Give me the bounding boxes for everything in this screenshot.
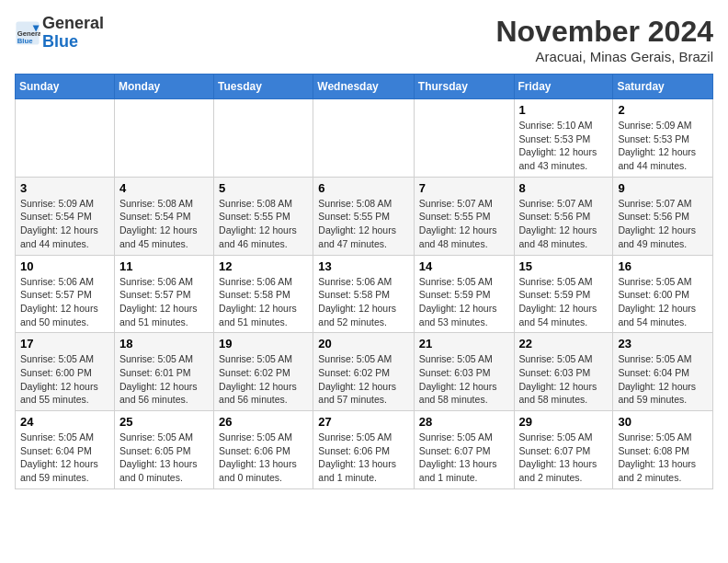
calendar-day-cell: 11Sunrise: 5:06 AM Sunset: 5:57 PM Dayli…	[114, 255, 213, 333]
day-number: 20	[318, 337, 409, 350]
day-number: 18	[119, 337, 209, 350]
day-number: 2	[618, 103, 708, 117]
location-text: Aracuai, Minas Gerais, Brazil	[495, 49, 713, 64]
day-number: 9	[618, 181, 708, 195]
day-info: Sunrise: 5:05 AM Sunset: 6:07 PM Dayligh…	[519, 431, 609, 485]
day-number: 25	[119, 415, 209, 429]
calendar-day-cell: 14Sunrise: 5:05 AM Sunset: 5:59 PM Dayli…	[414, 255, 514, 333]
day-info: Sunrise: 5:09 AM Sunset: 5:53 PM Dayligh…	[618, 119, 708, 173]
day-number: 10	[20, 259, 109, 273]
day-info: Sunrise: 5:05 AM Sunset: 6:02 PM Dayligh…	[318, 352, 409, 407]
day-info: Sunrise: 5:08 AM Sunset: 5:55 PM Dayligh…	[219, 197, 308, 251]
day-number: 15	[519, 259, 609, 273]
day-number: 30	[618, 415, 708, 429]
calendar-header-row: SundayMondayTuesdayWednesdayThursdayFrid…	[16, 75, 713, 99]
day-number: 12	[219, 259, 308, 273]
day-number: 3	[20, 181, 109, 195]
day-number: 13	[318, 259, 409, 273]
day-info: Sunrise: 5:07 AM Sunset: 5:56 PM Dayligh…	[618, 197, 708, 251]
day-info: Sunrise: 5:05 AM Sunset: 6:03 PM Dayligh…	[519, 352, 609, 407]
calendar-day-cell: 30Sunrise: 5:05 AM Sunset: 6:08 PM Dayli…	[613, 411, 713, 489]
calendar-week-row: 1Sunrise: 5:10 AM Sunset: 5:53 PM Daylig…	[16, 99, 713, 178]
calendar-day-cell: 26Sunrise: 5:05 AM Sunset: 6:06 PM Dayli…	[214, 411, 313, 489]
calendar-day-cell: 21Sunrise: 5:05 AM Sunset: 6:03 PM Dayli…	[414, 333, 514, 411]
calendar-day-cell: 20Sunrise: 5:05 AM Sunset: 6:02 PM Dayli…	[313, 333, 415, 411]
calendar-day-cell: 15Sunrise: 5:05 AM Sunset: 5:59 PM Dayli…	[514, 255, 613, 333]
logo-general-text: General	[42, 14, 104, 32]
calendar-day-cell: 6Sunrise: 5:08 AM Sunset: 5:55 PM Daylig…	[313, 177, 415, 255]
day-info: Sunrise: 5:05 AM Sunset: 6:00 PM Dayligh…	[618, 275, 708, 329]
day-number: 5	[219, 181, 308, 195]
day-of-week-header: Monday	[114, 75, 213, 99]
day-of-week-header: Thursday	[414, 75, 514, 99]
day-info: Sunrise: 5:07 AM Sunset: 5:55 PM Dayligh…	[419, 197, 509, 251]
calendar-day-cell: 28Sunrise: 5:05 AM Sunset: 6:07 PM Dayli…	[414, 411, 514, 489]
day-info: Sunrise: 5:07 AM Sunset: 5:56 PM Dayligh…	[519, 197, 609, 251]
day-info: Sunrise: 5:06 AM Sunset: 5:58 PM Dayligh…	[219, 275, 308, 329]
calendar-week-row: 3Sunrise: 5:09 AM Sunset: 5:54 PM Daylig…	[16, 177, 713, 255]
calendar-day-cell: 10Sunrise: 5:06 AM Sunset: 5:57 PM Dayli…	[16, 255, 115, 333]
calendar-day-cell	[313, 99, 415, 178]
calendar-day-cell: 7Sunrise: 5:07 AM Sunset: 5:55 PM Daylig…	[414, 177, 514, 255]
day-of-week-header: Tuesday	[214, 75, 313, 99]
calendar-day-cell: 3Sunrise: 5:09 AM Sunset: 5:54 PM Daylig…	[16, 177, 115, 255]
day-info: Sunrise: 5:05 AM Sunset: 6:03 PM Dayligh…	[419, 352, 509, 407]
calendar-day-cell: 18Sunrise: 5:05 AM Sunset: 6:01 PM Dayli…	[114, 333, 213, 411]
calendar-day-cell	[16, 99, 115, 178]
logo: General Blue General Blue	[15, 15, 104, 52]
day-number: 6	[318, 181, 409, 195]
day-number: 19	[219, 337, 308, 350]
day-number: 4	[119, 181, 209, 195]
day-number: 17	[20, 337, 109, 350]
calendar-day-cell	[414, 99, 514, 178]
calendar-day-cell: 16Sunrise: 5:05 AM Sunset: 6:00 PM Dayli…	[613, 255, 713, 333]
calendar-table: SundayMondayTuesdayWednesdayThursdayFrid…	[15, 74, 713, 489]
day-number: 21	[419, 337, 509, 350]
day-info: Sunrise: 5:05 AM Sunset: 6:02 PM Dayligh…	[219, 352, 308, 407]
day-info: Sunrise: 5:06 AM Sunset: 5:58 PM Dayligh…	[318, 275, 409, 329]
day-number: 1	[519, 103, 609, 117]
calendar-day-cell: 8Sunrise: 5:07 AM Sunset: 5:56 PM Daylig…	[514, 177, 613, 255]
day-info: Sunrise: 5:05 AM Sunset: 6:01 PM Dayligh…	[119, 352, 209, 407]
calendar-week-row: 10Sunrise: 5:06 AM Sunset: 5:57 PM Dayli…	[16, 255, 713, 333]
day-number: 26	[219, 415, 308, 429]
day-number: 8	[519, 181, 609, 195]
day-info: Sunrise: 5:10 AM Sunset: 5:53 PM Dayligh…	[519, 119, 609, 173]
calendar-day-cell: 13Sunrise: 5:06 AM Sunset: 5:58 PM Dayli…	[313, 255, 415, 333]
day-of-week-header: Sunday	[16, 75, 115, 99]
day-of-week-header: Wednesday	[313, 75, 415, 99]
day-number: 23	[618, 337, 708, 350]
day-info: Sunrise: 5:05 AM Sunset: 6:04 PM Dayligh…	[20, 431, 109, 485]
calendar-day-cell: 27Sunrise: 5:05 AM Sunset: 6:06 PM Dayli…	[313, 411, 415, 489]
calendar-day-cell: 2Sunrise: 5:09 AM Sunset: 5:53 PM Daylig…	[613, 99, 713, 178]
calendar-day-cell: 24Sunrise: 5:05 AM Sunset: 6:04 PM Dayli…	[16, 411, 115, 489]
day-number: 24	[20, 415, 109, 429]
calendar-day-cell: 19Sunrise: 5:05 AM Sunset: 6:02 PM Dayli…	[214, 333, 313, 411]
day-number: 29	[519, 415, 609, 429]
day-info: Sunrise: 5:08 AM Sunset: 5:54 PM Dayligh…	[119, 197, 209, 251]
calendar-day-cell: 9Sunrise: 5:07 AM Sunset: 5:56 PM Daylig…	[613, 177, 713, 255]
day-info: Sunrise: 5:06 AM Sunset: 5:57 PM Dayligh…	[20, 275, 109, 329]
calendar-day-cell	[214, 99, 313, 178]
calendar-week-row: 17Sunrise: 5:05 AM Sunset: 6:00 PM Dayli…	[16, 333, 713, 411]
calendar-day-cell	[114, 99, 213, 178]
logo-icon: General Blue	[15, 20, 40, 46]
day-info: Sunrise: 5:05 AM Sunset: 6:05 PM Dayligh…	[119, 431, 209, 485]
calendar-day-cell: 4Sunrise: 5:08 AM Sunset: 5:54 PM Daylig…	[114, 177, 213, 255]
day-number: 11	[119, 259, 209, 273]
title-area: November 2024 Aracuai, Minas Gerais, Bra…	[495, 15, 713, 64]
day-info: Sunrise: 5:05 AM Sunset: 5:59 PM Dayligh…	[519, 275, 609, 329]
day-info: Sunrise: 5:05 AM Sunset: 6:06 PM Dayligh…	[318, 431, 409, 485]
day-number: 16	[618, 259, 708, 273]
logo-blue-text: Blue	[42, 32, 78, 51]
month-title: November 2024	[495, 15, 713, 49]
calendar-day-cell: 22Sunrise: 5:05 AM Sunset: 6:03 PM Dayli…	[514, 333, 613, 411]
calendar-day-cell: 25Sunrise: 5:05 AM Sunset: 6:05 PM Dayli…	[114, 411, 213, 489]
day-number: 27	[318, 415, 409, 429]
day-of-week-header: Friday	[514, 75, 613, 99]
calendar-day-cell: 17Sunrise: 5:05 AM Sunset: 6:00 PM Dayli…	[16, 333, 115, 411]
day-info: Sunrise: 5:05 AM Sunset: 6:08 PM Dayligh…	[618, 431, 708, 485]
svg-text:Blue: Blue	[17, 36, 33, 44]
day-number: 7	[419, 181, 509, 195]
day-number: 22	[519, 337, 609, 350]
